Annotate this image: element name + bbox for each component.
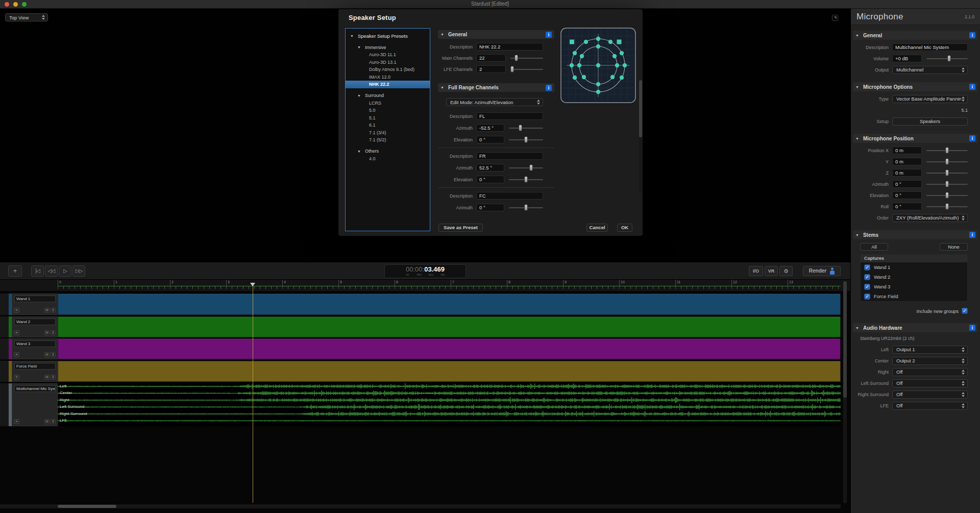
disclosure-triangle-icon[interactable]: ▼ [357,45,361,49]
info-icon[interactable]: i [969,325,975,331]
slider-thumb[interactable] [514,55,518,61]
track-add-button[interactable]: + [14,419,19,424]
scrollbar-thumb[interactable] [58,505,116,508]
track-header-box[interactable]: Force Field+MS [12,361,58,382]
preset-item-5-1[interactable]: 5.1 [346,114,430,122]
solo-button[interactable]: S [51,352,56,357]
previous-frame-button[interactable]: ◁◁ [45,265,58,277]
edit-mode-dropdown[interactable]: Edit Mode: Azimuth/Elevation [446,98,543,106]
slider-thumb[interactable] [510,66,514,72]
description-input[interactable]: FL [476,112,543,120]
description-input[interactable]: Multichannel Mic System [892,43,968,51]
preset-group-surround[interactable]: ▼Surround [346,92,430,100]
azimuth-slider[interactable] [926,180,968,188]
section-header-general[interactable]: ▼Generali [853,31,978,40]
section-header-general[interactable]: ▼Generali [438,30,554,39]
right-dropdown[interactable]: Off [892,368,968,376]
preset-group-others[interactable]: ▼Others [346,148,430,155]
main-channels-value-input[interactable]: 22 [476,54,506,62]
center-dropdown[interactable]: Output 2 [892,357,968,365]
fast-forward-button[interactable]: ▷▷ [72,265,85,277]
presets-root-row[interactable]: ▼Speaker Setup Presets [346,32,430,40]
mute-button[interactable]: M [44,352,50,357]
add-button[interactable]: + [8,265,22,277]
mute-button[interactable]: M [44,375,50,380]
elevation-slider[interactable] [509,176,543,183]
preset-item-7-1-3-4[interactable]: 7.1 (3/4) [346,129,430,137]
solo-button[interactable]: S [51,330,56,335]
section-header-audio-hardware[interactable]: ▼Audio Hardwarei [853,323,978,332]
all-button[interactable]: All [860,243,888,251]
timecode-display[interactable]: 00:00:03.469 Hr Min Sec Ms [384,264,466,278]
track-clip-wand-3[interactable] [58,338,841,359]
disclosure-triangle-icon[interactable]: ▼ [440,33,444,36]
section-header-stems[interactable]: ▼Stemsi [853,230,978,239]
slider-thumb[interactable] [945,169,949,176]
settings-gear-icon[interactable]: ⚙ [779,266,793,276]
skip-to-start-button[interactable]: |◁ [31,265,44,277]
slider-thumb[interactable] [947,55,951,62]
track-name-input[interactable]: Wand 3 [14,340,56,347]
lfe-channels-slider[interactable] [510,65,543,73]
capture-item-wand-1[interactable]: ✓Wand 1 [861,262,967,272]
disclosure-triangle-icon[interactable]: ▼ [357,150,361,153]
solo-button[interactable]: S [51,375,56,380]
track-name-input[interactable]: Wand 2 [14,319,56,325]
section-header-full-range-channels[interactable]: ▼Full Range Channelsi [438,83,554,92]
slider-thumb[interactable] [945,181,949,187]
mute-button[interactable]: M [44,330,50,335]
save-as-preset-button[interactable]: Save as Preset [438,224,483,232]
preset-item-auro-3d-11-1[interactable]: Auro-3D 11.1 [346,51,430,59]
render-button[interactable]: Render [803,266,841,276]
preset-item-lcrs[interactable]: LCRS [346,100,430,107]
z-value-input[interactable]: 0 m [892,169,922,177]
track-name-input[interactable]: Force Field [14,363,56,370]
slider-thumb[interactable] [524,176,528,183]
azimuth-value-input[interactable]: 0 ° [892,180,922,188]
cancel-button[interactable]: Cancel [586,224,608,232]
mute-button[interactable]: M [44,419,50,424]
playhead-line[interactable] [253,286,253,503]
volume-slider[interactable] [926,55,968,62]
right-surround-dropdown[interactable]: Off [892,390,968,399]
position-x-slider[interactable] [926,146,968,154]
checkbox-checked-icon[interactable]: ✓ [864,294,870,300]
order-dropdown[interactable]: ZXY (Roll/Elevation/Azimuth) [892,214,968,222]
azimuth-slider[interactable] [509,124,543,132]
checkbox-checked-icon[interactable]: ✓ [962,308,968,314]
elevation-slider[interactable] [926,191,968,199]
solo-button[interactable]: S [51,419,56,424]
slider-thumb[interactable] [945,147,949,154]
volume-value-input[interactable]: +0 dB [892,55,922,62]
disclosure-triangle-icon[interactable]: ▼ [855,326,859,330]
preset-item-dolby-atmos-9-1-bed[interactable]: Dolby Atmos 9.1 (bed) [346,66,430,74]
description-input[interactable]: FR [476,152,543,160]
main-channels-slider[interactable] [510,54,543,62]
disclosure-triangle-icon[interactable]: ▼ [855,137,859,140]
azimuth-value-input[interactable]: 52.5 ° [476,164,504,172]
track-header-box[interactable]: Multichannel Mic System+MS [12,383,58,426]
info-icon[interactable]: i [969,32,975,38]
track-add-button[interactable]: + [14,375,19,380]
track-add-button[interactable]: + [14,352,19,357]
track-add-button[interactable]: + [14,330,19,335]
preset-item-nhk-22-2[interactable]: NHK 22.2 [346,81,430,88]
description-input[interactable]: FC [476,192,543,200]
checkbox-checked-icon[interactable]: ✓ [864,274,870,280]
roll-slider[interactable] [926,203,968,210]
section-header-microphone-options[interactable]: ▼Microphone Optionsi [853,82,978,91]
disclosure-triangle-icon[interactable]: ▼ [357,94,361,97]
preset-item-auro-3d-13-1[interactable]: Auro-3D 13.1 [346,59,430,66]
info-icon[interactable]: i [546,32,552,38]
capture-item-force-field[interactable]: ✓Force Field [861,291,967,301]
disclosure-triangle-icon[interactable]: ▼ [855,233,859,237]
track-name-input[interactable]: Wand 1 [14,296,56,302]
capture-item-wand-2[interactable]: ✓Wand 2 [861,272,967,282]
slider-thumb[interactable] [524,136,528,143]
fullscreen-icon[interactable] [832,15,838,21]
position-x-value-input[interactable]: 0 m [892,146,922,154]
disclosure-triangle-icon[interactable]: ▼ [855,34,859,37]
y-slider[interactable] [926,158,968,165]
elevation-value-input[interactable]: 0 ° [476,136,504,143]
track-add-button[interactable]: + [14,308,19,313]
